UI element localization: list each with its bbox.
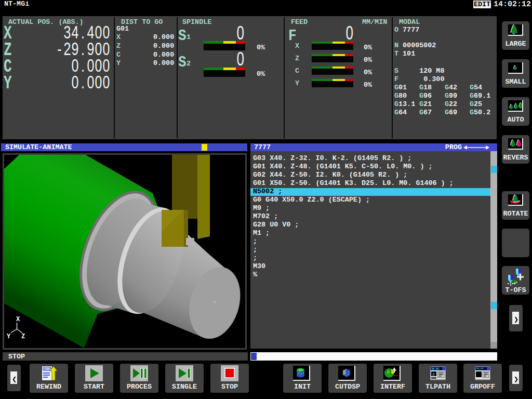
svg-text:Y: Y	[7, 333, 11, 340]
svg-text:Z: Z	[21, 333, 25, 340]
svg-text:X: X	[16, 316, 20, 323]
svg-text:2: 2	[432, 372, 435, 377]
